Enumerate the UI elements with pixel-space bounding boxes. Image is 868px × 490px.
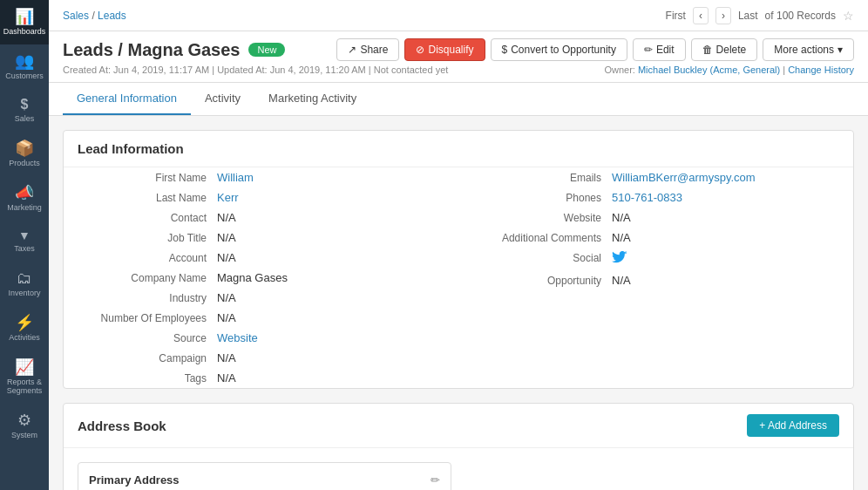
tabs: General Information Activity Marketing A…: [49, 83, 868, 116]
sidebar-item-taxes[interactable]: ▼ Taxes: [0, 221, 49, 262]
nav-count: of 100 Records: [765, 10, 836, 22]
reports-icon: 📈: [15, 359, 34, 375]
employees-value: N/A: [217, 311, 236, 324]
twitter-icon[interactable]: [612, 251, 627, 267]
header-actions: ↗ Share ⊘ Disqualify $ Convert to Opport…: [336, 38, 854, 61]
address-book-header: Address Book + Add Address: [64, 404, 853, 448]
sidebar-label-reports: Reports & Segments: [7, 378, 43, 395]
favorite-button[interactable]: ☆: [843, 9, 854, 23]
sidebar-item-dashboards[interactable]: 📊 Dashboards: [0, 0, 49, 44]
sidebar-label-dashboards: Dashboards: [3, 27, 46, 36]
tab-general-information[interactable]: General Information: [63, 83, 191, 115]
job-title-value: N/A: [217, 231, 236, 244]
source-value[interactable]: Website: [217, 331, 258, 344]
status-badge: New: [248, 43, 285, 57]
content-area: Lead Information First Name William Last…: [49, 116, 868, 490]
lead-info-section: Lead Information First Name William Last…: [63, 130, 854, 389]
dashboards-icon: 📊: [15, 9, 34, 24]
taxes-icon: ▼: [18, 229, 31, 242]
campaign-value: N/A: [217, 351, 236, 364]
sidebar-item-sales[interactable]: $ Sales: [0, 89, 49, 132]
change-history-link[interactable]: Change History: [788, 65, 854, 75]
header-top: Leads / Magna Gases New ↗ Share ⊘ Disqua…: [63, 38, 854, 61]
address-warning: The address is not recognized. Please ch…: [465, 462, 839, 490]
sidebar-item-marketing[interactable]: 📣 Marketing: [0, 176, 49, 221]
nav-first-label: First: [666, 10, 686, 22]
disqualify-button[interactable]: ⊘ Disqualify: [404, 38, 485, 61]
products-icon: 📦: [15, 140, 34, 156]
field-employees: Number Of Employees N/A: [78, 308, 444, 328]
address-grid: Primary Address ✏ Primary William Kerr 1…: [64, 448, 853, 490]
emails-value[interactable]: WilliamBKerr@armyspy.com: [612, 171, 756, 184]
convert-icon: $: [502, 44, 508, 56]
sidebar-item-inventory[interactable]: 🗂 Inventory: [0, 262, 49, 306]
activities-icon: ⚡: [15, 315, 34, 330]
topbar: Sales / Leads First ‹ › Last of 100 Reco…: [49, 0, 868, 31]
website-value: N/A: [612, 211, 631, 224]
sidebar-item-products[interactable]: 📦 Products: [0, 132, 49, 176]
title-prefix: Leads /: [63, 40, 127, 59]
nav-last-label: Last: [738, 10, 758, 22]
address-book-section: Address Book + Add Address Primary Addre…: [63, 403, 854, 490]
industry-value: N/A: [217, 291, 236, 304]
field-last-name: Last Name Kerr: [78, 187, 444, 208]
more-actions-button[interactable]: More actions ▾: [763, 38, 854, 61]
customers-icon: 👥: [15, 53, 34, 69]
social-value: [612, 251, 627, 267]
field-company-name: Company Name Magna Gases: [78, 268, 444, 288]
sidebar-label-sales: Sales: [15, 114, 35, 123]
sidebar-label-products: Products: [9, 159, 40, 167]
header-owner: Owner: Michael Buckley (Acme, General) |…: [604, 65, 854, 75]
share-button[interactable]: ↗ Share: [336, 38, 399, 61]
edit-button[interactable]: ✏ Edit: [633, 38, 686, 61]
address-card-header: Primary Address ✏: [89, 473, 440, 487]
field-additional-comments: Additional Comments N/A: [472, 228, 839, 248]
delete-button[interactable]: 🗑 Delete: [691, 38, 758, 61]
disqualify-icon: ⊘: [416, 44, 424, 56]
last-name-value[interactable]: Kerr: [217, 191, 239, 204]
share-icon: ↗: [348, 44, 356, 56]
sidebar-label-customers: Customers: [5, 71, 44, 80]
address-card-title: Primary Address: [89, 473, 180, 487]
sidebar-label-marketing: Marketing: [7, 203, 42, 212]
sidebar-label-activities: Activities: [9, 333, 40, 342]
edit-address-icon[interactable]: ✏: [431, 473, 440, 487]
edit-icon: ✏: [644, 44, 653, 56]
opportunity-value: N/A: [612, 274, 631, 287]
lead-info-title: Lead Information: [64, 131, 853, 167]
company-name-value: Magna Gases: [217, 271, 288, 284]
lead-info-grid: First Name William Last Name Kerr Contac…: [64, 167, 853, 388]
title-text: Leads / Magna Gases: [63, 40, 240, 60]
sidebar-item-system[interactable]: ⚙ System: [0, 404, 49, 448]
first-name-value[interactable]: William: [217, 171, 254, 184]
field-first-name: First Name William: [78, 167, 444, 187]
page-title: Leads / Magna Gases New: [63, 40, 285, 60]
owner-link[interactable]: Michael Buckley (Acme, General): [638, 65, 780, 75]
tab-marketing-activity[interactable]: Marketing Activity: [254, 83, 370, 115]
tab-activity[interactable]: Activity: [191, 83, 254, 115]
field-opportunity: Opportunity N/A: [472, 270, 839, 290]
marketing-icon: 📣: [15, 185, 34, 201]
lead-info-right: Emails WilliamBKerr@armyspy.com Phones 5…: [458, 167, 853, 388]
chevron-down-icon: ▾: [837, 44, 843, 56]
field-job-title: Job Title N/A: [78, 228, 444, 248]
sidebar-item-customers[interactable]: 👥 Customers: [0, 44, 49, 89]
delete-icon: 🗑: [702, 44, 713, 56]
main-content: Sales / Leads First ‹ › Last of 100 Reco…: [49, 0, 868, 490]
sidebar-item-reports[interactable]: 📈 Reports & Segments: [0, 350, 49, 404]
field-contact: Contact N/A: [78, 208, 444, 228]
convert-button[interactable]: $ Convert to Opportunity: [491, 38, 627, 61]
field-tags: Tags N/A: [78, 368, 444, 388]
system-icon: ⚙: [17, 412, 31, 428]
inventory-icon: 🗂: [17, 270, 32, 286]
nav-next-button[interactable]: ›: [715, 7, 731, 24]
add-address-button[interactable]: + Add Address: [747, 414, 839, 437]
nav-prev-button[interactable]: ‹: [693, 7, 709, 24]
sidebar-item-activities[interactable]: ⚡ Activities: [0, 306, 49, 350]
field-social: Social: [472, 248, 839, 270]
breadcrumb-sales[interactable]: Sales: [63, 10, 89, 22]
primary-address-card: Primary Address ✏ Primary William Kerr 1…: [78, 462, 451, 490]
sidebar-label-taxes: Taxes: [14, 244, 35, 253]
breadcrumb-leads[interactable]: Leads: [98, 10, 126, 22]
phones-value[interactable]: 510-761-0833: [612, 191, 682, 204]
